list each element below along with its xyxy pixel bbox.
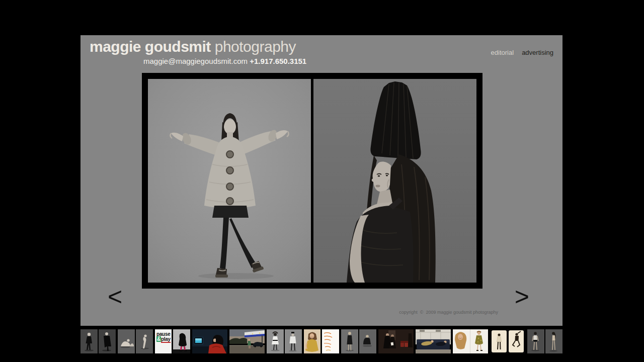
pause-play-line2: &play (156, 337, 171, 342)
thumbnail-art (490, 329, 525, 353)
gallery-photo-left[interactable] (148, 79, 311, 283)
email-text: maggie@maggiegoudsmit.com (143, 57, 250, 65)
top-nav: editorial advertising (491, 49, 553, 56)
filmstrip-thumbnail-12[interactable] (490, 329, 525, 353)
thumbnail-art (378, 329, 414, 353)
thumbnail-art (229, 329, 265, 353)
filmstrip-thumbnail-3[interactable]: pause &play (155, 329, 190, 353)
thumbnail-art (80, 329, 116, 353)
thumbnail-art (453, 329, 488, 353)
filmstrip-thumbnail-8[interactable] (341, 329, 376, 353)
left-photo-illustration (148, 79, 311, 283)
nav-editorial[interactable]: editorial (491, 49, 514, 56)
filmstrip-thumbnail-5[interactable] (229, 329, 265, 353)
thumbnail-filmstrip: pause &play (80, 329, 562, 353)
filmstrip-thumbnail-9[interactable] (378, 329, 414, 353)
gallery-photo-right[interactable] (313, 79, 476, 283)
right-photo-illustration (313, 79, 476, 283)
thumbnail-art (304, 329, 339, 353)
thumbnail-art (341, 329, 376, 353)
filmstrip-thumbnail-1[interactable] (80, 329, 116, 353)
filmstrip-thumbnail-4[interactable] (192, 329, 227, 353)
copyright-text: copyright © 2009 maggie goudsmit photogr… (399, 310, 498, 315)
gallery-frame (142, 73, 482, 289)
filmstrip-thumbnail-2[interactable] (118, 329, 153, 353)
previous-arrow-button[interactable]: < (108, 284, 122, 309)
thumbnail-art (527, 329, 562, 353)
pause-play-amp: & (156, 336, 161, 342)
thumbnail-art (267, 329, 302, 353)
title-light: photography (211, 38, 296, 55)
pause-play-text: pause &play (156, 332, 171, 342)
pause-play-play: play (161, 336, 171, 343)
next-arrow-button[interactable]: > (515, 284, 529, 309)
filmstrip-thumbnail-7[interactable] (304, 329, 339, 353)
contact-line: maggie@maggiegoudsmit.com +1.917.650.315… (143, 57, 306, 65)
thumbnail-art (118, 329, 153, 353)
page-title: maggie goudsmit photography (90, 38, 296, 55)
thumbnail-art (192, 329, 227, 353)
filmstrip-thumbnail-10[interactable] (416, 329, 451, 353)
thumbnail-art (416, 329, 451, 353)
title-bold: maggie goudsmit (90, 38, 211, 55)
filmstrip-thumbnail-13[interactable] (527, 329, 562, 353)
site-logo[interactable]: maggie goudsmit photography (90, 38, 296, 55)
filmstrip-thumbnail-11[interactable] (453, 329, 488, 353)
main-canvas: maggie goudsmit photography maggie@maggi… (80, 35, 562, 326)
phone-text: +1.917.650.3151 (250, 57, 306, 65)
filmstrip-thumbnail-6[interactable] (267, 329, 302, 353)
nav-advertising[interactable]: advertising (522, 49, 553, 56)
